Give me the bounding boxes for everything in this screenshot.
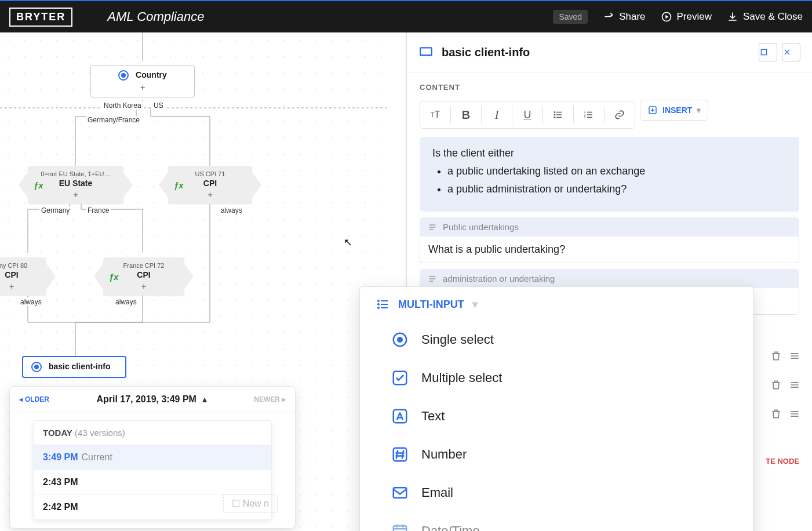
option-text[interactable]: Text bbox=[372, 397, 741, 435]
option-number[interactable]: Number bbox=[372, 435, 741, 474]
calendar-icon bbox=[391, 522, 409, 531]
add-branch-icon[interactable]: + bbox=[100, 83, 185, 92]
node-basic-title: basic client-info bbox=[49, 362, 111, 371]
preview-button[interactable]: Preview bbox=[661, 11, 712, 23]
insert-label: INSERT bbox=[662, 106, 692, 115]
svg-point-3 bbox=[554, 111, 555, 112]
svg-rect-1 bbox=[420, 48, 432, 55]
top-bar: BRYTER AML Compliance Saved Share Previe… bbox=[0, 0, 812, 32]
svg-rect-18 bbox=[394, 488, 407, 498]
svg-point-10 bbox=[378, 300, 379, 301]
cursor-icon: ↖ bbox=[344, 236, 352, 249]
logo: BRYTER bbox=[9, 8, 72, 27]
node-us-cpi-title: CPI bbox=[177, 179, 243, 188]
content-bullet: a public undertaking listed on an exchan… bbox=[447, 165, 786, 177]
svg-point-4 bbox=[554, 114, 555, 115]
drag-handle-icon[interactable] bbox=[789, 350, 800, 362]
edge-label-always: always bbox=[219, 206, 244, 214]
share-button[interactable]: Share bbox=[603, 11, 645, 23]
share-icon bbox=[603, 11, 614, 23]
node-fr-cpi[interactable]: ƒx France CPI 72 CPI + bbox=[103, 257, 184, 296]
fx-icon: ƒx bbox=[34, 180, 43, 190]
drag-handle-icon[interactable] bbox=[789, 379, 800, 391]
add-branch-icon[interactable]: + bbox=[112, 282, 175, 291]
panel-title: basic client-info bbox=[442, 46, 759, 59]
collapsible-header[interactable]: administration or undertaking bbox=[420, 269, 799, 288]
radio-icon bbox=[31, 362, 42, 372]
node-eu-state-sub: 0=not EU State, 1=EU… bbox=[37, 170, 114, 177]
option-email[interactable]: Email bbox=[372, 474, 741, 512]
bold-button[interactable]: B bbox=[453, 104, 479, 126]
paragraph-icon bbox=[428, 223, 437, 232]
paragraph-icon bbox=[428, 274, 437, 283]
app-title: AML Compliance bbox=[107, 9, 553, 24]
add-branch-icon[interactable]: + bbox=[177, 190, 243, 199]
chip-name: administration or undertaking bbox=[443, 274, 555, 283]
node-us-cpi[interactable]: ƒx US CPI 71 CPI + bbox=[168, 166, 252, 204]
fx-icon: ƒx bbox=[174, 180, 184, 190]
input-type-menu: MULTI-INPUT ▾ Single select Multiple sel… bbox=[359, 286, 753, 531]
numbered-list-button[interactable]: 123 bbox=[576, 104, 602, 126]
list-icon bbox=[376, 297, 390, 311]
drag-handle-icon[interactable] bbox=[789, 408, 800, 420]
close-button[interactable] bbox=[782, 43, 800, 61]
version-history-popover: ◂ OLDER April 17, 2019, 3:49 PM ▴ NEWER … bbox=[9, 386, 296, 529]
older-button[interactable]: ◂ OLDER bbox=[19, 395, 49, 403]
insert-button[interactable]: INSERT ▾ bbox=[640, 100, 708, 121]
chevron-up-icon[interactable]: ▴ bbox=[202, 394, 207, 405]
option-label: Date/Time bbox=[421, 523, 480, 531]
bullet-list-button[interactable] bbox=[545, 104, 571, 126]
option-datetime[interactable]: Date/Time bbox=[372, 512, 741, 531]
node-fr-cpi-sub: France CPI 72 bbox=[112, 262, 175, 269]
option-label: Number bbox=[421, 447, 467, 462]
trash-icon[interactable] bbox=[770, 350, 782, 362]
save-close-label: Save & Close bbox=[743, 11, 803, 23]
trash-icon[interactable] bbox=[770, 379, 782, 391]
underline-button[interactable]: U bbox=[515, 104, 540, 126]
svg-point-14 bbox=[397, 337, 403, 343]
radio-icon bbox=[391, 331, 409, 348]
node-country[interactable]: Country + bbox=[90, 65, 195, 97]
content-editor[interactable]: Is the client either a public undertakin… bbox=[420, 137, 799, 212]
multi-input-header[interactable]: MULTI-INPUT ▾ bbox=[360, 297, 753, 321]
link-button[interactable] bbox=[607, 104, 632, 126]
content-bullet: a public administration or undertaking? bbox=[447, 183, 786, 195]
radio-icon bbox=[118, 70, 129, 81]
font-size-button[interactable]: TT bbox=[423, 104, 448, 126]
node-any-cpi[interactable]: any CPI 80 CPI + bbox=[0, 257, 46, 296]
option-label: Text bbox=[421, 409, 445, 424]
svg-point-5 bbox=[554, 117, 555, 118]
content-lead: Is the client either bbox=[432, 147, 786, 159]
version-row[interactable]: 2:43 PM bbox=[34, 470, 271, 494]
newer-button[interactable]: NEWER ▸ bbox=[254, 395, 286, 403]
save-close-button[interactable]: Save & Close bbox=[727, 11, 803, 23]
delete-node-partial[interactable]: TE NODE bbox=[766, 457, 799, 465]
maximize-button[interactable] bbox=[759, 43, 777, 61]
add-branch-icon[interactable]: + bbox=[0, 282, 37, 291]
version-row[interactable]: 3:49 PMCurrent bbox=[34, 445, 271, 470]
version-date: April 17, 2019, 3:49 PM bbox=[96, 394, 196, 405]
saved-badge: Saved bbox=[553, 10, 588, 24]
trash-icon[interactable] bbox=[770, 408, 782, 420]
edge-label-us: US bbox=[152, 101, 165, 110]
screen-icon bbox=[418, 45, 434, 60]
add-branch-icon[interactable]: + bbox=[37, 190, 114, 199]
plus-square-icon bbox=[647, 105, 658, 115]
collapsible-body[interactable]: What is a public undertaking? bbox=[420, 237, 799, 263]
collapsible-header[interactable]: Public undertakings bbox=[420, 217, 799, 237]
play-icon bbox=[661, 11, 672, 23]
node-eu-state[interactable]: ƒx 0=not EU State, 1=EU… EU State + bbox=[28, 166, 123, 204]
italic-button[interactable]: I bbox=[484, 104, 509, 126]
preview-label: Preview bbox=[677, 11, 712, 23]
node-basic-client-info[interactable]: basic client-info bbox=[22, 356, 126, 378]
version-group-today: TODAY (43 versions) bbox=[34, 421, 271, 445]
option-multiple-select[interactable]: Multiple select bbox=[372, 359, 741, 397]
option-label: Multiple select bbox=[421, 370, 502, 385]
node-any-cpi-sub: any CPI 80 bbox=[0, 262, 37, 269]
node-country-title: Country bbox=[136, 70, 167, 79]
checkbox-icon bbox=[391, 369, 409, 387]
svg-point-11 bbox=[378, 304, 379, 305]
edge-label-nk: North Korea bbox=[102, 101, 143, 110]
option-single-select[interactable]: Single select bbox=[372, 321, 741, 359]
edge-label-fr: France bbox=[86, 206, 111, 214]
